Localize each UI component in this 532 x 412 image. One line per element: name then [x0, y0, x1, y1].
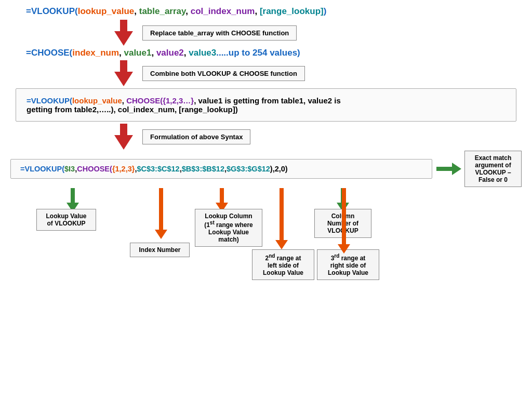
- ann-lookup-column-box: Lookup Column(1st range whereLookup Valu…: [195, 209, 262, 247]
- table-array-param: table_array: [139, 6, 185, 16]
- arrow3-shaft: [120, 124, 127, 135]
- arrow1-head: [114, 31, 133, 46]
- formula-box2-row: =VLOOKUP($I3,CHOOSE({1,2,3},$C$3:$C$12,$…: [10, 151, 522, 187]
- range-lookup-param: [range_lookup]: [260, 6, 324, 16]
- formula-line1: =VLOOKUP(lookup_value, CHOOSE({1,2,3…}, …: [26, 96, 506, 105]
- arrow-right-exact: [436, 163, 461, 175]
- exact-match-box: Exact matchargument ofVLOOKUP –False or …: [464, 151, 522, 187]
- col-index-param: col_index_num: [191, 6, 255, 16]
- page: =VLOOKUP(lookup_value, table_array, col_…: [0, 0, 532, 412]
- arrow2-head: [114, 72, 133, 86]
- ann-lookup-value-box: Lookup Valueof VLOOKUP: [36, 209, 96, 231]
- arrow3-label: Formulation of above Syntax: [142, 129, 250, 144]
- ann-2nd-range-box: 2nd range atleft side ofLookup Value: [252, 249, 314, 280]
- vlookup-syntax-line: =VLOOKUP(lookup_value, table_array, col_…: [26, 6, 522, 17]
- arrow-index-number: [155, 188, 167, 239]
- arrow1-row: Replace table_array with CHOOSE function: [114, 20, 522, 46]
- arrow2-shaft: [120, 60, 127, 72]
- formula-box2: =VLOOKUP($I3,CHOOSE({1,2,3},$C$3:$C$12,$…: [10, 159, 432, 179]
- lookup-value-param: lookup_value: [78, 6, 135, 16]
- arrow2: [114, 60, 133, 86]
- arrow-3rd-range: [338, 188, 350, 254]
- arrow2-label: Combine both VLOOKUP & CHOOSE function: [142, 66, 305, 81]
- ann-3rd-range-box: 3rd range atright side ofLookup Value: [317, 249, 379, 280]
- annotations-container: Lookup Valueof VLOOKUP Lookup Column(1st…: [10, 188, 462, 318]
- arrow3-row: Formulation of above Syntax: [114, 124, 522, 150]
- choose-syntax-line: =CHOOSE(index_num, value1, value2, value…: [26, 48, 522, 58]
- combined-formula-box: =VLOOKUP(lookup_value, CHOOSE({1,2,3…}, …: [16, 88, 516, 122]
- vlookup-open: =VLOOKUP(: [26, 6, 78, 16]
- arrow3: [114, 124, 133, 150]
- arrow1-label: Replace table_array with CHOOSE function: [142, 25, 297, 41]
- arrow3-head: [114, 135, 133, 150]
- arrow-2nd-range: [275, 188, 288, 249]
- arrow1-shaft: [120, 20, 127, 31]
- arrow2-row: Combine both VLOOKUP & CHOOSE function: [114, 60, 522, 86]
- ann-index-number-box: Index Number: [130, 243, 190, 257]
- arrow1: [114, 20, 133, 46]
- formula-line2: getting from table2,…..), col_index_num,…: [26, 105, 506, 114]
